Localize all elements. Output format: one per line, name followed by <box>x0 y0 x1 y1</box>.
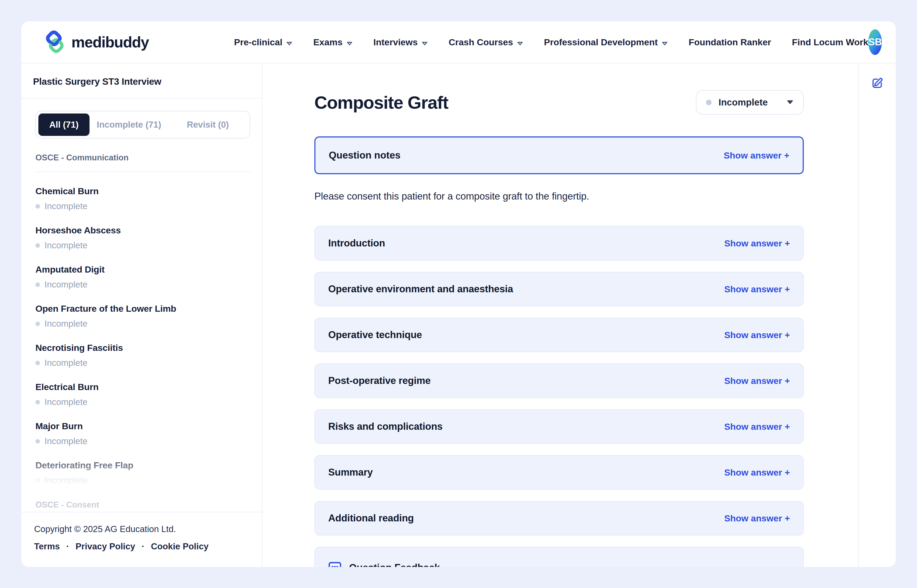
nav-item-pre-clinical[interactable]: Pre-clinical <box>234 36 292 48</box>
status-dropdown-value: Incomplete <box>718 97 768 108</box>
list-item[interactable]: Deteriorating Free Flap Incomplete <box>36 460 250 485</box>
section-accordion-post-operative-regime[interactable]: Post-operative regime Show answer + <box>314 363 804 398</box>
chevron-down-icon <box>786 100 794 106</box>
nav-item-interviews[interactable]: Interviews <box>373 36 428 48</box>
question-detail-panel: Composite Graft Incomplete Question note… <box>262 63 858 567</box>
sidebar-header: Plastic Surgery ST3 Interview <box>21 63 262 99</box>
accordion-title: Introduction <box>328 237 385 249</box>
section-accordion-risks-complications[interactable]: Risks and complications Show answer + <box>314 409 804 444</box>
app-card: medibuddy Pre-clinical Exams Interviews <box>21 21 896 567</box>
nav-item-find-locum-work[interactable]: Find Locum Work <box>792 37 868 47</box>
list-item-title: Open Fracture of the Lower Limb <box>36 304 250 314</box>
medibuddy-logo-icon <box>43 30 67 54</box>
list-item-title: Necrotising Fasciitis <box>36 342 250 353</box>
status-badge: Incomplete <box>45 358 87 368</box>
list-item[interactable]: Open Fracture of the Lower Limb Incomple… <box>36 304 250 329</box>
show-answer-button[interactable]: Show answer + <box>724 422 790 432</box>
accordion-title: Operative environment and anaesthesia <box>328 283 513 295</box>
top-navbar: medibuddy Pre-clinical Exams Interviews <box>21 21 896 63</box>
page-title: Composite Graft <box>314 92 448 113</box>
nav-label: Interviews <box>373 37 418 47</box>
chevron-down-icon <box>346 37 353 48</box>
list-item[interactable]: Amputated Digit Incomplete <box>36 264 250 289</box>
section-label-communication: OSCE - Communication <box>36 153 250 172</box>
chevron-down-icon <box>286 37 292 48</box>
tab-revisit[interactable]: Revisit (0) <box>168 120 247 130</box>
show-answer-button[interactable]: Show answer + <box>724 513 790 523</box>
section-accordion-operative-technique[interactable]: Operative technique Show answer + <box>314 318 804 352</box>
show-answer-button[interactable]: Show answer + <box>724 238 790 249</box>
question-notes-accordion[interactable]: Question notes Show answer + <box>314 136 804 174</box>
show-answer-button[interactable]: Show answer + <box>724 376 790 386</box>
list-item[interactable]: Major Burn Incomplete <box>36 421 250 446</box>
accordion-title: Post-operative regime <box>328 375 431 386</box>
status-dropdown[interactable]: Incomplete <box>696 90 804 115</box>
section-accordion-summary[interactable]: Summary Show answer + <box>314 455 804 490</box>
feedback-title: Question Feedback <box>349 562 440 567</box>
status-badge: Incomplete <box>45 397 87 407</box>
chat-bubble-icon <box>328 561 342 567</box>
list-item[interactable]: Necrotising Fasciitis Incomplete <box>36 342 250 368</box>
section-accordion-additional-reading[interactable]: Additional reading Show answer + <box>314 501 804 536</box>
privacy-policy-link[interactable]: Privacy Policy <box>76 541 136 551</box>
nav-item-professional-development[interactable]: Professional Development <box>544 36 668 48</box>
status-badge: Incomplete <box>45 319 87 329</box>
accordion-title: Question notes <box>329 150 400 161</box>
nav-label: Exams <box>313 37 342 47</box>
nav-item-crash-courses[interactable]: Crash Courses <box>449 36 523 48</box>
list-item[interactable]: Horseshoe Abscess Incomplete <box>36 225 250 250</box>
status-dot-icon <box>706 100 712 105</box>
list-item-title: Amputated Digit <box>36 264 250 275</box>
section-accordion-operative-environment[interactable]: Operative environment and anaesthesia Sh… <box>314 272 804 306</box>
content-area: Plastic Surgery ST3 Interview All (71) I… <box>21 63 896 567</box>
link-separator: · <box>142 541 144 551</box>
accordion-title: Summary <box>328 467 373 478</box>
legal-links: Terms · Privacy Policy · Cookie Policy <box>34 541 250 551</box>
list-item-title: Electrical Burn <box>36 382 250 392</box>
edit-notes-icon[interactable] <box>871 77 884 89</box>
cookie-policy-link[interactable]: Cookie Policy <box>151 541 208 551</box>
status-dot-icon <box>36 321 40 326</box>
status-dot-icon <box>36 400 40 404</box>
tab-all[interactable]: All (71) <box>38 113 89 136</box>
filter-tabs: All (71) Incomplete (71) Revisit (0) <box>36 111 250 139</box>
show-answer-button[interactable]: Show answer + <box>724 284 790 294</box>
list-item[interactable]: Electrical Burn Incomplete <box>36 382 250 407</box>
section-accordion-introduction[interactable]: Introduction Show answer + <box>314 226 804 260</box>
user-avatar[interactable]: SB <box>868 29 882 55</box>
status-badge: Incomplete <box>45 240 87 250</box>
nav-item-exams[interactable]: Exams <box>313 36 353 48</box>
show-answer-button[interactable]: Show answer + <box>724 467 790 478</box>
status-badge: Incomplete <box>45 436 87 446</box>
brand-name: medibuddy <box>71 33 149 51</box>
chevron-down-icon <box>662 37 668 48</box>
status-dot-icon <box>36 243 40 248</box>
nav-item-foundation-ranker[interactable]: Foundation Ranker <box>689 37 771 47</box>
tab-incomplete[interactable]: Incomplete (71) <box>89 120 168 130</box>
status-dot-icon <box>36 361 40 365</box>
list-item-title: Chemical Burn <box>36 186 250 196</box>
list-item[interactable]: Chemical Burn Incomplete <box>36 186 250 211</box>
accordion-title: Additional reading <box>328 513 414 524</box>
show-answer-button[interactable]: Show answer + <box>724 330 790 340</box>
status-dot-icon <box>36 439 40 444</box>
status-dot-icon <box>36 478 40 483</box>
list-item-title: Deteriorating Free Flap <box>36 460 250 470</box>
question-prompt: Please consent this patient for a compos… <box>314 191 804 202</box>
list-item-title: Horseshoe Abscess <box>36 225 250 236</box>
nav-label: Pre-clinical <box>234 37 283 47</box>
sidebar-footer: Copyright © 2025 AG Education Ltd. Terms… <box>21 512 262 567</box>
nav-label: Foundation Ranker <box>689 37 771 47</box>
status-dot-icon <box>36 204 40 208</box>
avatar-initials: SB <box>868 37 882 48</box>
accordion-title: Operative technique <box>328 329 422 341</box>
brand-logo[interactable]: medibuddy <box>43 30 149 54</box>
section-label-consent: OSCE - Consent <box>36 500 99 510</box>
chevron-down-icon <box>517 37 523 48</box>
nav-label: Professional Development <box>544 37 658 47</box>
question-list-sidebar: Plastic Surgery ST3 Interview All (71) I… <box>21 63 262 567</box>
show-answer-button[interactable]: Show answer + <box>723 150 789 161</box>
terms-link[interactable]: Terms <box>34 541 60 551</box>
question-list: OSCE - Communication Chemical Burn Incom… <box>21 153 262 512</box>
question-feedback-card[interactable]: Question Feedback <box>314 547 804 567</box>
